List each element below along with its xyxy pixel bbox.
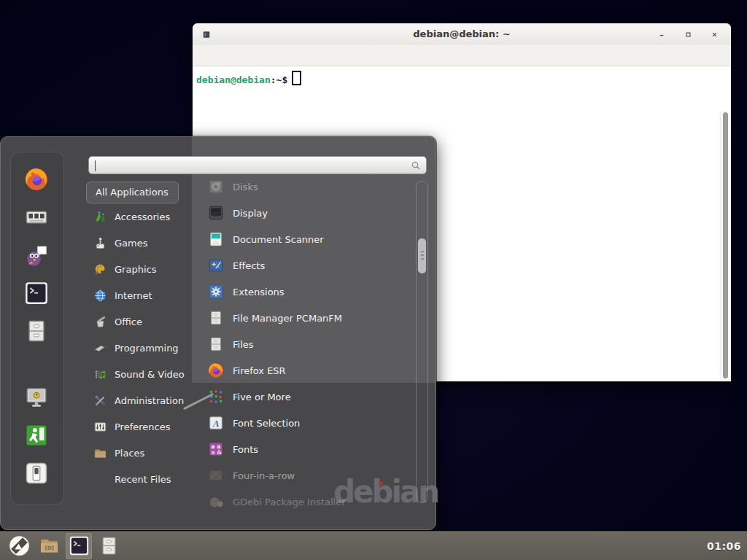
app-font-selection[interactable]: A Font Selection: [208, 410, 411, 436]
system-tray: 01:06: [669, 540, 741, 552]
window-title: debian@debian: ~: [193, 23, 731, 45]
maximize-icon: [685, 31, 692, 38]
effects-icon: [208, 257, 224, 273]
file-cabinet-icon: [208, 310, 224, 326]
favorite-terminal[interactable]: [24, 281, 49, 306]
category-preferences[interactable]: Preferences: [86, 413, 203, 440]
favorite-lock-screen[interactable]: [24, 385, 49, 410]
terminal-menubar: [193, 45, 731, 66]
svg-text:[D]: [D]: [44, 545, 54, 551]
category-administration[interactable]: Administration: [86, 387, 203, 413]
category-recent-files[interactable]: Recent Files: [86, 466, 203, 492]
category-games[interactable]: Games: [86, 230, 203, 256]
games-icon: [93, 236, 107, 250]
prompt-path: :~$: [271, 74, 287, 85]
app-firefox-esr[interactable]: Firefox ESR: [208, 357, 411, 384]
app-disks[interactable]: Disks: [208, 174, 411, 200]
taskbar-launcher-files[interactable]: [96, 533, 122, 559]
menu-file[interactable]: [194, 45, 210, 66]
clock[interactable]: 01:06: [707, 540, 741, 552]
app-fonts[interactable]: a aa & Fonts: [208, 436, 411, 462]
app-five-or-more[interactable]: Five or More: [208, 384, 411, 410]
disks-icon: [208, 179, 224, 195]
favorite-shutdown[interactable]: [24, 461, 49, 486]
file-cabinet-icon: [208, 336, 224, 352]
search-box: [88, 156, 427, 174]
firefox-icon: [24, 167, 49, 192]
app-file-manager-pcmanfm[interactable]: File Manager PCManFM: [208, 305, 411, 331]
administration-icon: [93, 394, 107, 408]
file-cabinet-icon: [24, 319, 49, 343]
places-icon: [93, 446, 107, 460]
font-selection-icon: A: [208, 415, 224, 431]
app-display[interactable]: Display: [208, 200, 411, 226]
menu-edit[interactable]: [210, 45, 226, 66]
text-caret: [95, 160, 96, 171]
favorite-control-center[interactable]: [24, 205, 49, 230]
application-menu: debian All Applications Accessories Game…: [0, 136, 436, 530]
app-four-in-a-row[interactable]: Four-in-a-row: [208, 462, 411, 489]
minimize-icon: [659, 31, 665, 38]
tray-icons: [669, 540, 700, 552]
terminal-titlebar[interactable]: debian@debian: ~: [193, 23, 731, 46]
tray-network-icon[interactable]: [669, 540, 681, 552]
category-sound-video[interactable]: Sound & Video: [86, 361, 203, 387]
internet-icon: [93, 289, 107, 303]
category-list: Accessories Games Graphics Internet Offi…: [86, 203, 203, 492]
menu-scrollbar[interactable]: [416, 181, 428, 503]
terminal-scrollbar[interactable]: [720, 111, 730, 380]
control-center-icon: [24, 205, 49, 230]
taskbar: [D] 01:06: [0, 531, 747, 560]
window-button-close[interactable]: [709, 29, 719, 39]
search-icon: [410, 160, 422, 171]
lock-screen-icon: [24, 385, 49, 410]
category-programming[interactable]: Programming: [86, 335, 203, 361]
preferences-icon: [93, 420, 107, 434]
firefox-icon: [208, 362, 224, 378]
graphics-icon: [93, 262, 107, 276]
pidgin-icon: [24, 243, 49, 268]
category-accessories[interactable]: Accessories: [86, 203, 203, 230]
taskbar-launcher-terminal[interactable]: [66, 533, 92, 559]
category-graphics[interactable]: Graphics: [86, 256, 203, 282]
terminal-scrollbar-thumb[interactable]: [723, 112, 728, 378]
extensions-icon: [208, 284, 224, 300]
shutdown-icon: [24, 461, 49, 486]
menu-scrollbar-thumb[interactable]: [418, 238, 426, 273]
sound-video-icon: [93, 368, 107, 381]
four-in-a-row-icon: [208, 467, 224, 483]
menu-terminal[interactable]: [258, 45, 274, 66]
menu-help[interactable]: [274, 45, 290, 66]
category-office[interactable]: Office: [86, 308, 203, 335]
document-scanner-icon: [208, 231, 224, 247]
svg-text:a &: a &: [211, 449, 222, 456]
app-effects[interactable]: Effects: [208, 252, 411, 279]
app-document-scanner[interactable]: Document Scanner: [208, 226, 411, 252]
terminal-icon: [24, 281, 49, 306]
accessories-icon: [93, 210, 107, 224]
log-out-icon: [24, 423, 49, 448]
favorite-file-manager[interactable]: [24, 319, 49, 343]
app-extensions[interactable]: Extensions: [208, 279, 411, 305]
app-gdebi-package-installer[interactable]: GDebi Package Installer: [208, 489, 411, 515]
taskbar-launcher-file-manager[interactable]: [D]: [36, 533, 62, 559]
app-files[interactable]: Files: [208, 331, 411, 357]
favorite-pidgin[interactable]: [24, 243, 49, 268]
terminal-cursor: [292, 71, 301, 85]
category-places[interactable]: Places: [86, 440, 203, 466]
favorite-firefox[interactable]: [24, 167, 49, 192]
gdebi-icon: [208, 494, 224, 510]
favorite-log-out[interactable]: [24, 423, 49, 448]
filter-all-applications[interactable]: All Applications: [86, 182, 179, 203]
menu-search[interactable]: [242, 45, 258, 66]
window-button-maximize[interactable]: [683, 29, 693, 39]
favorites-list: [24, 167, 49, 486]
tray-volume-icon[interactable]: [688, 540, 700, 552]
search-input[interactable]: [93, 158, 403, 174]
category-internet[interactable]: Internet: [86, 282, 203, 308]
programming-icon: [93, 341, 107, 355]
window-button-minimize[interactable]: [657, 29, 667, 39]
office-icon: [93, 315, 107, 329]
menu-view[interactable]: [226, 45, 242, 66]
taskbar-launcher-menu[interactable]: [6, 533, 32, 559]
